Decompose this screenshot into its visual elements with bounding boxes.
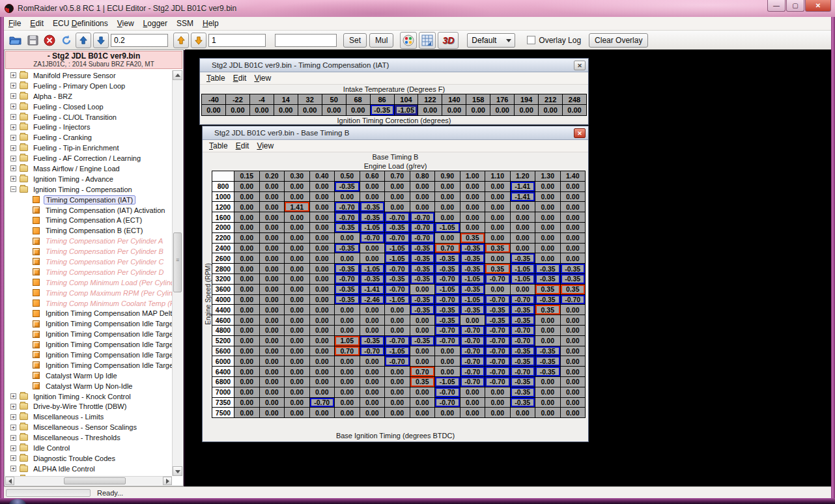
base-cell[interactable]: 0.00 <box>259 367 285 377</box>
base-cell[interactable]: -1.05 <box>360 264 385 274</box>
scroll-up-icon[interactable] <box>173 70 182 80</box>
close-button[interactable]: ✕ <box>805 0 831 12</box>
base-cell[interactable]: 0.00 <box>309 408 335 418</box>
base-cell[interactable]: -0.70 <box>460 346 485 356</box>
set-button[interactable]: Set <box>343 33 367 48</box>
base-cell[interactable]: -0.35 <box>335 284 360 294</box>
base-cell[interactable]: 0.35 <box>460 232 485 243</box>
menu-item-help[interactable]: Help <box>198 18 223 29</box>
expand-icon[interactable]: + <box>10 156 16 161</box>
base-cell[interactable]: 0.00 <box>335 356 360 367</box>
base-cell[interactable]: 0.00 <box>234 408 260 418</box>
base-cell[interactable]: 0.00 <box>560 232 586 243</box>
base-cell[interactable]: -1.05 <box>460 294 485 305</box>
base-cell[interactable]: 0.00 <box>360 325 385 335</box>
base-menu-item-view[interactable]: View <box>253 141 277 151</box>
base-cell[interactable]: -1.05 <box>510 273 535 284</box>
base-cell[interactable]: -0.70 <box>410 232 435 243</box>
base-cell[interactable]: 0.00 <box>285 335 310 346</box>
base-cell[interactable]: 0.00 <box>435 212 460 223</box>
expand-icon[interactable]: + <box>10 425 16 430</box>
base-cell[interactable]: 0.00 <box>560 253 586 264</box>
base-cell[interactable]: -0.70 <box>435 387 460 397</box>
base-cell[interactable]: 1.41 <box>285 202 310 212</box>
base-cell[interactable]: 0.00 <box>410 387 435 397</box>
menu-item-edit[interactable]: Edit <box>25 18 48 29</box>
base-cell[interactable]: -0.35 <box>410 243 435 253</box>
base-cell[interactable]: 0.00 <box>385 325 410 335</box>
base-cell[interactable]: 0.00 <box>560 181 586 191</box>
base-cell[interactable]: -1.05 <box>510 264 535 274</box>
base-cell[interactable]: -0.35 <box>335 222 360 232</box>
base-cell[interactable]: 0.00 <box>410 346 435 356</box>
decrease-fine-icon[interactable] <box>191 33 206 48</box>
tree-item-manifold-pressure-sensor[interactable]: +Manifold Pressure Sensor <box>5 70 172 81</box>
base-cell[interactable]: 0.00 <box>460 191 485 202</box>
menu-item-file[interactable]: File <box>4 18 25 29</box>
tree-item-timing-compensation-b-ect[interactable]: Timing Compensation B (ECT) <box>5 225 172 236</box>
base-cell[interactable]: 0.00 <box>560 376 586 387</box>
expand-icon[interactable]: + <box>10 165 16 171</box>
menu-item-ecu-definitions[interactable]: ECU Definitions <box>48 18 113 29</box>
base-cell[interactable]: -0.35 <box>535 294 561 305</box>
base-cell[interactable]: 0.35 <box>535 284 561 294</box>
base-cell[interactable]: 0.00 <box>560 212 586 223</box>
expand-icon[interactable]: + <box>10 414 16 420</box>
base-cell[interactable]: 0.00 <box>259 335 285 346</box>
expand-icon[interactable]: + <box>10 176 16 182</box>
base-cell[interactable]: 0.00 <box>259 387 285 397</box>
base-cell[interactable]: -1.05 <box>435 376 460 387</box>
base-cell[interactable]: 0.00 <box>510 408 535 418</box>
base-cell[interactable]: 0.00 <box>385 191 410 202</box>
base-cell[interactable]: 0.00 <box>460 202 485 212</box>
base-cell[interactable]: -0.70 <box>435 294 460 305</box>
close-image-icon[interactable] <box>42 33 57 48</box>
tree-item-ignition-timing-knock-control[interactable]: +Ignition Timing - Knock Control <box>5 391 172 402</box>
base-cell[interactable]: 0.00 <box>285 315 310 326</box>
tree-item-alpha-brz[interactable]: +Alpha - BRZ <box>5 91 172 102</box>
menu-item-ssm[interactable]: SSM <box>172 18 198 29</box>
base-cell[interactable]: 0.00 <box>385 202 410 212</box>
base-cell[interactable]: -0.70 <box>485 294 511 305</box>
base-cell[interactable]: -0.35 <box>460 253 485 264</box>
base-cell[interactable]: 0.00 <box>385 408 410 418</box>
base-cell[interactable]: 0.00 <box>385 397 410 408</box>
base-cell[interactable]: 0.00 <box>410 181 435 191</box>
tree-item-miscellaneous-thresholds[interactable]: +Miscellaneous - Thresholds <box>5 432 172 443</box>
expand-icon[interactable]: + <box>10 93 16 99</box>
base-cell[interactable]: 0.00 <box>360 315 385 326</box>
base-cell[interactable]: 0.00 <box>234 202 260 212</box>
base-cell[interactable]: 0.00 <box>560 346 586 356</box>
base-cell[interactable]: -0.70 <box>510 335 535 346</box>
coarse-increment-input[interactable] <box>111 34 168 47</box>
base-menu-item-edit[interactable]: Edit <box>232 141 253 151</box>
base-cell[interactable]: 0.00 <box>259 397 285 408</box>
base-cell[interactable]: 0.00 <box>259 202 285 212</box>
base-cell[interactable]: 0.00 <box>485 253 511 264</box>
base-cell[interactable]: 0.00 <box>234 376 260 387</box>
base-cell[interactable]: -0.70 <box>435 397 460 408</box>
base-cell[interactable]: 0.00 <box>285 294 310 305</box>
base-cell[interactable]: 0.00 <box>410 397 435 408</box>
base-cell[interactable]: 0.00 <box>335 232 360 243</box>
base-cell[interactable]: 0.00 <box>535 222 561 232</box>
base-cell[interactable]: 0.00 <box>560 191 586 202</box>
base-cell[interactable]: 0.00 <box>435 346 460 356</box>
tree-item-idle-control[interactable]: +Idle Control <box>5 443 172 453</box>
app-titlebar[interactable]: RomRaider v0.5.8 RC 1 | ECU Editor - Stg… <box>0 0 835 17</box>
base-cell[interactable]: -0.70 <box>435 325 460 335</box>
base-cell[interactable]: 0.00 <box>360 356 385 367</box>
base-cell[interactable]: -0.70 <box>385 335 410 346</box>
tree-item-catalyst-warm-up-non-idle[interactable]: Catalyst Warm Up Non-Idle <box>5 381 172 391</box>
base-cell[interactable]: 0.00 <box>485 191 511 202</box>
base-cell[interactable]: 0.00 <box>560 408 586 418</box>
decrease-coarse-icon[interactable] <box>93 33 109 48</box>
iat-cell[interactable]: 0.00 <box>322 105 346 116</box>
base-cell[interactable]: 0.00 <box>535 397 561 408</box>
base-cell[interactable]: -0.70 <box>510 367 535 377</box>
base-cell[interactable]: -1.41 <box>360 284 385 294</box>
base-cell[interactable]: -0.70 <box>385 264 410 274</box>
base-cell[interactable]: 0.00 <box>460 181 485 191</box>
base-cell[interactable]: 0.00 <box>335 253 360 264</box>
tree-horizontal-scrollbar[interactable] <box>5 476 172 485</box>
